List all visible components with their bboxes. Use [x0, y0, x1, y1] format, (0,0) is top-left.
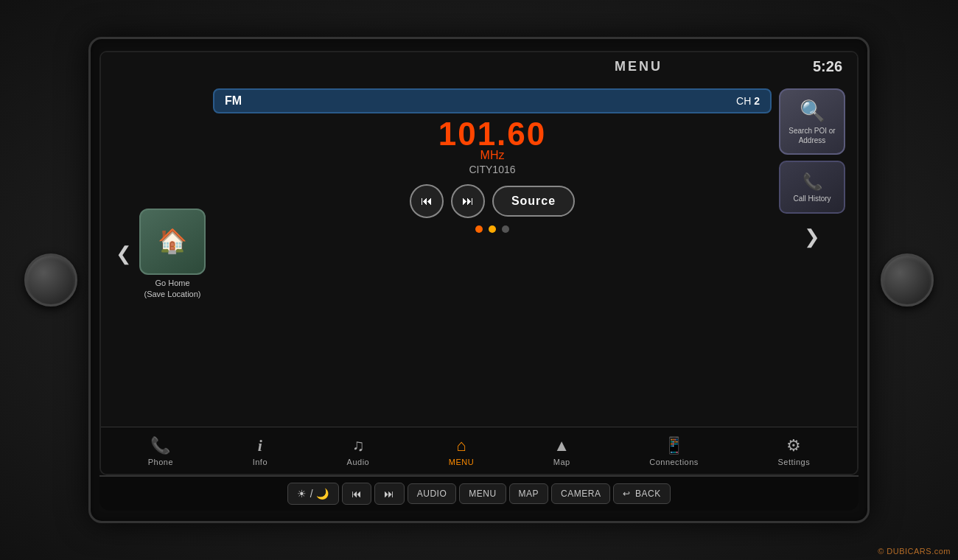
time-display: 5:26 [813, 58, 842, 75]
info-nav-icon: i [258, 436, 262, 455]
left-section: ❮ 🏠 Go Home(Save Location) [113, 88, 206, 419]
right-section: 🔍 Search POI orAddress 📞 Call History ❯ [779, 88, 845, 419]
watermark-suffix: .com [931, 547, 951, 556]
freq-display: 101.60 MHz CITY1016 [438, 118, 547, 175]
sound-knob[interactable] [881, 253, 934, 307]
center-section: FM CH 2 101.60 MHz CITY1016 ⏮ ⏭ Source [213, 88, 772, 419]
map-phys-button[interactable]: MAP [509, 483, 549, 504]
back-phys-button[interactable]: ↩ BACK [613, 483, 670, 504]
physical-button-bar: ☀/🌙 ⏮ ⏭ AUDIO MENU MAP CAMERA ↩ BACK [99, 475, 859, 511]
next-track-icon: ⏭ [384, 488, 395, 500]
car-frame: ⏻ VOL PUSH SOUND MENU 5:26 ❮ [0, 0, 958, 560]
connections-nav-icon: 📱 [664, 436, 684, 455]
vol-knob[interactable] [24, 253, 77, 307]
info-nav-label: Info [253, 458, 268, 466]
settings-nav-icon: ⚙ [786, 436, 801, 455]
go-home-button[interactable]: 🏠 [139, 209, 206, 275]
phone-nav-icon: 📞 [150, 436, 170, 455]
ch-label: CH 2 [736, 95, 760, 107]
nav-item-map[interactable]: ▲ Map [546, 433, 578, 469]
nav-item-menu[interactable]: ⌂ MENU [441, 433, 481, 469]
settings-nav-label: Settings [777, 458, 810, 466]
home-icon: 🏠 [158, 227, 187, 255]
main-content: ❮ 🏠 Go Home(Save Location) FM CH 2 [101, 81, 857, 427]
menu-title: MENU [464, 59, 813, 74]
search-label: Search POI orAddress [789, 126, 835, 145]
watermark-prefix: © [878, 547, 887, 556]
audio-phys-button[interactable]: AUDIO [408, 483, 457, 504]
frequency-number: 101.60 [438, 118, 547, 150]
head-unit: ⏻ VOL PUSH SOUND MENU 5:26 ❮ [88, 37, 870, 523]
playback-controls: ⏮ ⏭ Source [410, 184, 575, 218]
audio-nav-icon: ♫ [352, 436, 365, 455]
camera-phys-button[interactable]: CAMERA [551, 483, 610, 504]
rewind-button[interactable]: ⏮ [410, 184, 444, 218]
map-nav-icon: ▲ [553, 436, 570, 455]
prev-track-button[interactable]: ⏮ [342, 483, 372, 505]
watermark-brand: DUBICARS [887, 547, 931, 556]
top-bar: MENU 5:26 [101, 52, 857, 81]
brightness-icon: ☀ [297, 488, 307, 500]
moon-icon: 🌙 [316, 488, 329, 500]
watermark: © DUBICARS.com [878, 547, 951, 556]
nav-arrow-right[interactable]: ❯ [801, 220, 823, 254]
screen: MENU 5:26 ❮ 🏠 Go Home(Save Location) [99, 51, 859, 475]
dot-1 [475, 225, 483, 233]
bottom-nav: 📞 Phone i Info ♫ Audio ⌂ MENU ▲ Map [101, 427, 857, 474]
radio-display: FM CH 2 [213, 88, 772, 113]
go-home-label: Go Home(Save Location) [139, 278, 206, 299]
page-dots [475, 225, 509, 233]
prev-track-icon: ⏮ [352, 488, 363, 500]
ch-num: 2 [754, 95, 760, 107]
menu-nav-icon: ⌂ [456, 436, 466, 455]
nav-item-audio[interactable]: ♫ Audio [340, 433, 377, 469]
dot-3 [502, 225, 509, 233]
menu-nav-label: MENU [449, 458, 474, 466]
search-icon: 🔍 [800, 99, 825, 123]
connections-nav-label: Connections [649, 458, 699, 466]
menu-phys-button[interactable]: MENU [459, 483, 506, 504]
nav-item-connections[interactable]: 📱 Connections [642, 433, 706, 469]
nav-arrow-left[interactable]: ❮ [113, 237, 135, 271]
fm-label: FM [225, 94, 242, 108]
phone-nav-label: Phone [148, 458, 173, 466]
next-track-button[interactable]: ⏭ [374, 483, 405, 505]
nav-item-settings[interactable]: ⚙ Settings [770, 433, 817, 469]
nav-item-phone[interactable]: 📞 Phone [141, 433, 181, 469]
call-history-icon: 📞 [803, 172, 822, 192]
back-label: BACK [635, 489, 661, 499]
audio-nav-label: Audio [347, 458, 370, 466]
station-name: CITY1016 [438, 164, 547, 175]
search-poi-button[interactable]: 🔍 Search POI orAddress [779, 88, 845, 155]
brightness-button[interactable]: ☀/🌙 [287, 483, 338, 505]
map-nav-label: Map [553, 458, 570, 466]
call-history-label: Call History [793, 195, 831, 203]
nav-item-info[interactable]: i Info [245, 433, 275, 469]
source-button[interactable]: Source [492, 186, 575, 217]
call-history-button[interactable]: 📞 Call History [779, 161, 845, 214]
back-icon: ↩ [623, 489, 631, 499]
forward-button[interactable]: ⏭ [451, 184, 485, 218]
dot-2 [489, 225, 496, 233]
